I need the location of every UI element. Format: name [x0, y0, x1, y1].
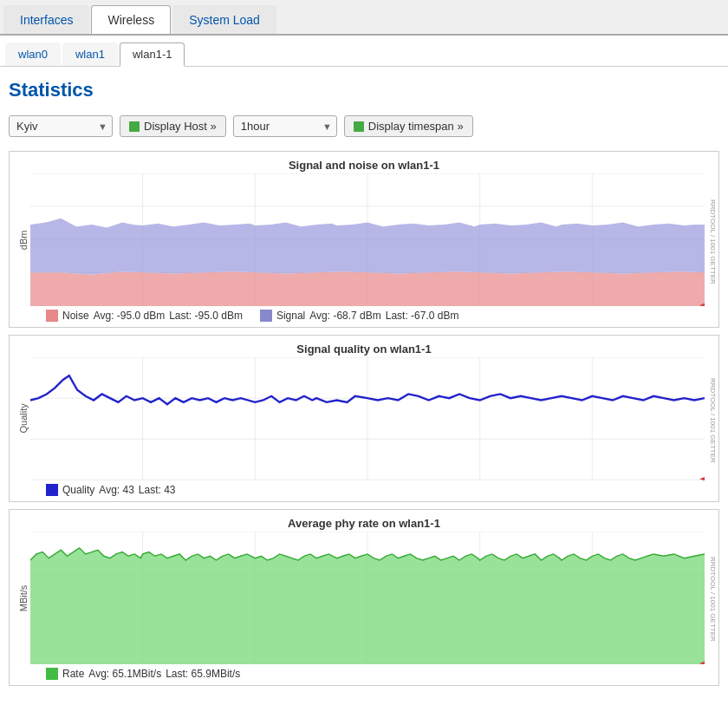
legend-rate: Rate Avg: 65.1MBit/s Last: 65.9MBit/s: [46, 668, 240, 680]
chart-phy-rate-side-label: RRDTOOL / 1001 GETTER: [705, 532, 717, 664]
sub-navigation: wlan0 wlan1 wlan1-1: [0, 36, 728, 67]
tab-wireless[interactable]: Wireless: [91, 5, 171, 34]
legend-quality-last: Last: 43: [139, 484, 176, 496]
legend-rate-avg: Avg: 65.1MBit/s: [88, 668, 161, 680]
chart-phy-rate-legend: Rate Avg: 65.1MBit/s Last: 65.9MBit/s: [11, 664, 717, 682]
page-title: Statistics: [0, 67, 728, 110]
display-timespan-icon: [354, 121, 364, 132]
chart-signal-noise-svg: -60 -70 -80 -90 -100 16:00 16:10 16:20 1…: [30, 173, 705, 306]
chart-signal-quality-svg: 50 40 35 30 16:00 16:10 16:20 16:30 16:4…: [30, 357, 705, 480]
legend-signal-avg: Avg: -68.7 dBm: [309, 310, 381, 322]
chart-signal-noise: Signal and noise on wlan1-1 dBm: [9, 151, 719, 328]
legend-noise-label: Noise: [62, 310, 89, 322]
display-timespan-button[interactable]: Display timespan »: [344, 115, 473, 137]
legend-quality: Quality Avg: 43 Last: 43: [46, 484, 176, 496]
display-host-button[interactable]: Display Host »: [120, 115, 226, 137]
timespan-select[interactable]: 1hour 4hours 1day 1week: [233, 115, 337, 137]
svg-marker-41: [699, 477, 705, 480]
sub-tab-wlan1-1[interactable]: wlan1-1: [120, 42, 185, 67]
location-select-wrap: Kyiv ▼: [9, 115, 113, 137]
legend-signal-color: [260, 310, 272, 322]
chart-phy-rate-svg: 70 M 60 M 50 M 40 M 16:00 16:10 16:20 16…: [30, 532, 705, 664]
legend-rate-color: [46, 668, 58, 680]
svg-marker-11: [30, 219, 705, 275]
chart-signal-quality-ylabel: Quality: [11, 357, 30, 480]
legend-noise: Noise Avg: -95.0 dBm Last: -95.0 dBm: [46, 310, 243, 322]
legend-quality-color: [46, 484, 58, 496]
svg-marker-51: [30, 548, 705, 664]
timespan-select-wrap: 1hour 4hours 1day 1week ▼: [233, 115, 337, 137]
svg-marker-10: [30, 271, 705, 306]
chart-signal-quality-legend: Quality Avg: 43 Last: 43: [11, 480, 717, 498]
controls-bar: Kyiv ▼ Display Host » 1hour 4hours 1day …: [0, 110, 728, 151]
top-navigation: Interfaces Wireless System Load: [0, 0, 728, 36]
legend-signal-label: Signal: [276, 310, 305, 322]
display-timespan-label: Display timespan »: [368, 120, 464, 133]
chart-signal-noise-ylabel: dBm: [11, 173, 30, 306]
tab-system-load[interactable]: System Load: [172, 5, 276, 34]
chart-signal-noise-legend: Noise Avg: -95.0 dBm Last: -95.0 dBm Sig…: [11, 306, 717, 323]
legend-rate-label: Rate: [62, 668, 84, 680]
legend-quality-label: Quality: [62, 484, 94, 496]
legend-noise-color: [46, 310, 58, 322]
chart-signal-quality-side-label: RRDTOOL / 1001 GETTER: [705, 357, 717, 480]
display-host-icon: [129, 121, 140, 132]
display-host-label: Display Host »: [144, 120, 217, 133]
sub-tab-wlan1[interactable]: wlan1: [62, 42, 118, 66]
legend-noise-last: Last: -95.0 dBm: [169, 310, 243, 322]
tab-interfaces[interactable]: Interfaces: [3, 5, 89, 34]
sub-tab-wlan0[interactable]: wlan0: [5, 42, 61, 66]
legend-rate-last: Last: 65.9MBit/s: [166, 668, 240, 680]
chart-signal-quality-title: Signal quality on wlan1-1: [11, 339, 717, 357]
charts-area: Signal and noise on wlan1-1 dBm: [0, 151, 728, 695]
chart-signal-noise-side-label: RRDTOOL / 1001 GETTER: [705, 173, 717, 306]
chart-signal-noise-title: Signal and noise on wlan1-1: [11, 155, 717, 173]
chart-phy-rate-ylabel: MBit/s: [11, 532, 30, 664]
chart-phy-rate-title: Average phy rate on wlan1-1: [11, 513, 717, 532]
chart-signal-quality: Signal quality on wlan1-1 Quality: [9, 335, 719, 501]
chart-phy-rate: Average phy rate on wlan1-1 MBit/s: [9, 509, 719, 686]
location-select[interactable]: Kyiv: [9, 115, 113, 137]
legend-noise-avg: Avg: -95.0 dBm: [94, 310, 166, 322]
legend-signal: Signal Avg: -68.7 dBm Last: -67.0 dBm: [260, 310, 459, 322]
legend-quality-avg: Avg: 43: [99, 484, 133, 496]
legend-signal-last: Last: -67.0 dBm: [386, 310, 459, 322]
